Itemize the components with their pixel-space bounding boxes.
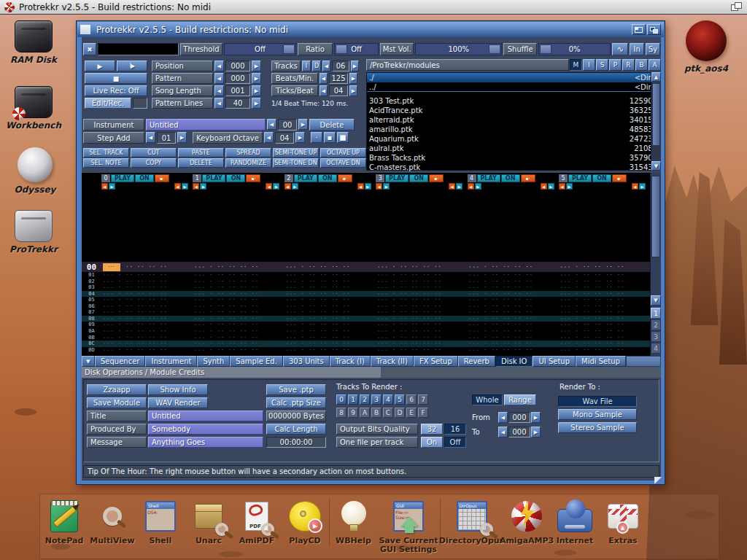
pattern-cell[interactable]: --- · ·· ·· ·· ··	[101, 291, 193, 298]
pattern-cell[interactable]: --- · ·· ·· ·· ··	[193, 328, 284, 335]
pattern-cell[interactable]: --- · ·· ·· ·· ··	[101, 322, 193, 328]
pattern-cell[interactable]: --- · ·· ·· ·· ··	[559, 284, 650, 291]
pattern-cell[interactable]: --- · ·· ·· ·· ··	[285, 322, 376, 328]
track-record-button[interactable]: ▪·	[521, 174, 535, 182]
pattern-cell[interactable]: --- · ·· ·· ·· ··	[285, 279, 376, 285]
file-entry[interactable]: Brass Tacks.ptk357907	[367, 153, 660, 163]
filter-p-button[interactable]: P	[609, 59, 622, 71]
pattern-cell[interactable]: --- · ·· ·· ·· ··	[285, 335, 376, 341]
render-track-c-button[interactable]: C	[383, 408, 393, 418]
sel-track-button[interactable]: SEL. TRACK	[83, 148, 129, 158]
master-volume-slider-handle[interactable]	[489, 44, 500, 54]
filter-r-button[interactable]: R	[622, 59, 635, 71]
track-on-button[interactable]: ON	[318, 174, 337, 182]
produced-by-input[interactable]: Somebody	[148, 424, 263, 435]
filter-b-button[interactable]: B	[635, 59, 648, 71]
render-to-mono-sample-button[interactable]: Mono Sample	[558, 409, 637, 420]
bits-16-button[interactable]: 16	[444, 424, 466, 435]
one-file-off-button[interactable]: Off	[444, 437, 466, 448]
pattern-cell[interactable]: --- · ·· ·· ·· ··	[376, 297, 467, 303]
pattern-scroll-thumb[interactable]	[651, 176, 660, 257]
pattern-cell[interactable]: --- · ·· ·· ·· ··	[376, 316, 467, 322]
pattern-cell[interactable]: --- · ·· ·· ·· ··	[285, 284, 376, 291]
render-track-d-button[interactable]: D	[395, 408, 405, 418]
paste-button[interactable]: PASTE	[178, 148, 224, 158]
window-close-gadget[interactable]	[80, 25, 90, 34]
spread-button[interactable]: SPREAD	[225, 148, 271, 158]
pattern-cell[interactable]: --- · ·· ·· ·· ··	[559, 335, 650, 341]
window-titlebar[interactable]: Protrekkr v2.5.5 - Build restrictions: N…	[77, 22, 664, 37]
track-prev-icon[interactable]: ◀	[541, 183, 547, 190]
pattern-cell[interactable]: --- · ·· ·· ·· ··	[285, 272, 376, 279]
pattern-cell[interactable]: --- · ·· ·· ·· ··	[467, 284, 558, 291]
pattern-cell[interactable]: --- · ·· ·· ·· ··	[376, 328, 467, 335]
file-entry[interactable]: Aquarium.ptk247232	[367, 134, 660, 144]
pattern-cell[interactable]: --- · ·· ·· ·· ··	[101, 316, 193, 322]
tab-ui-setup[interactable]: UI Setup	[533, 356, 576, 367]
position-decrement[interactable]	[214, 61, 224, 71]
semi-tone-up-button[interactable]: SEMI-TONE UP	[273, 148, 319, 158]
pattern-cell[interactable]: --- · ·· ·· ·· ··	[467, 335, 558, 341]
track-prev-icon[interactable]: ◀	[174, 183, 181, 190]
track-play-button[interactable]: PLAY	[385, 174, 409, 182]
pattern-cell[interactable]: --- · ·· ·· ·· ··	[101, 279, 193, 285]
wav-render-button[interactable]: WAV Render	[148, 397, 208, 408]
track-next-icon[interactable]: ▶	[182, 183, 188, 190]
render-track-b-button[interactable]: B	[371, 408, 382, 418]
pattern-cell[interactable]: --- · ·· ·· ·· ··	[559, 347, 650, 354]
stop-button[interactable]	[85, 73, 147, 84]
pattern-cell[interactable]: --- · ·· ·· ·· ··	[285, 309, 376, 316]
sync-button[interactable]: Sy	[646, 43, 660, 55]
pattern-font-size-button-2[interactable]: ■	[337, 132, 349, 143]
zzaapp-button[interactable]: Zzaapp	[87, 384, 147, 395]
pattern-cell[interactable]: --- · ·· ·· ·· ··	[559, 303, 650, 310]
pattern-cell[interactable]: --- · ·· ·· ·· ··	[101, 335, 193, 341]
track-on-button[interactable]: ON	[501, 174, 520, 182]
track-shrink-icon[interactable]: ◀	[193, 183, 199, 190]
to-increment[interactable]	[531, 427, 541, 438]
pattern-cell[interactable]: --- · ·· ·· ·· ··	[467, 316, 558, 322]
input-button[interactable]: In	[630, 43, 644, 55]
file-entry[interactable]: alterraid.ptk340157	[367, 115, 660, 125]
track-on-button[interactable]: ON	[592, 174, 611, 182]
zap-name-input[interactable]	[98, 43, 179, 55]
pattern-cell[interactable]: --- · ·· ·· ·· ··	[193, 316, 284, 322]
pattern-decrement[interactable]	[214, 73, 224, 84]
keyboard-octave-decrement[interactable]	[264, 132, 274, 143]
pattern-cell[interactable]: --- · ·· ·· ·· ··	[285, 297, 376, 303]
desktop-icon-protrekkr[interactable]: ProTrekkr	[6, 210, 61, 254]
ticks-decrement[interactable]	[320, 85, 328, 96]
tab-synth[interactable]: Synth	[197, 356, 230, 367]
pattern-page-button-3[interactable]: 3	[651, 331, 661, 342]
render-track-e-button[interactable]: E	[406, 408, 417, 418]
calc-length-button[interactable]: Calc Length	[266, 424, 326, 435]
dock-item-wbhelp[interactable]: WBHelp	[329, 498, 377, 545]
tab-disk-io[interactable]: Disk IO	[495, 356, 533, 367]
render-track-a-button[interactable]: A	[360, 408, 370, 418]
pattern-cell[interactable]: --- · ·· ·· ·· ··	[467, 303, 558, 310]
pattern-cell[interactable]: --- · ·· ·· ·· ··	[376, 335, 467, 341]
file-entry[interactable]: ./<Dir>	[367, 73, 660, 82]
ratio-slider[interactable]: Off	[334, 43, 379, 55]
collapse-panel-icon[interactable]	[82, 356, 95, 367]
render-track-f-button[interactable]: F	[418, 408, 428, 418]
track-record-button[interactable]: ▪·	[612, 174, 627, 182]
pattern-cell[interactable]: --- · ·· ·· ·· ··	[193, 297, 284, 303]
render-track-2-button[interactable]: 2	[360, 394, 370, 405]
track-record-button[interactable]: ▪·	[338, 174, 352, 182]
tab-midi-setup[interactable]: Midi Setup	[576, 356, 626, 367]
render-track-6-button[interactable]: 6	[406, 394, 417, 405]
track-shrink-icon[interactable]: ◀	[285, 183, 291, 190]
track-shrink-icon[interactable]: ◀	[101, 183, 108, 190]
save-ptp-button[interactable]: Save .ptp	[266, 384, 326, 395]
bpm-decrement[interactable]	[320, 73, 328, 84]
pattern-cell[interactable]: --- · ·· ·· ·· ··	[101, 309, 193, 316]
calc-ptp-size-button[interactable]: Calc .ptp Size	[266, 397, 326, 408]
filter-a-button[interactable]: A	[649, 59, 661, 71]
dock-item-amigaamp3[interactable]: AmigaAMP3	[503, 498, 551, 545]
track-insert-button[interactable]: I	[302, 61, 311, 71]
clear-icon[interactable]	[83, 43, 96, 55]
render-track-8-button[interactable]: 8	[336, 408, 347, 418]
render-track-9-button[interactable]: 9	[348, 408, 358, 418]
track-delete-button[interactable]: D	[312, 61, 321, 71]
